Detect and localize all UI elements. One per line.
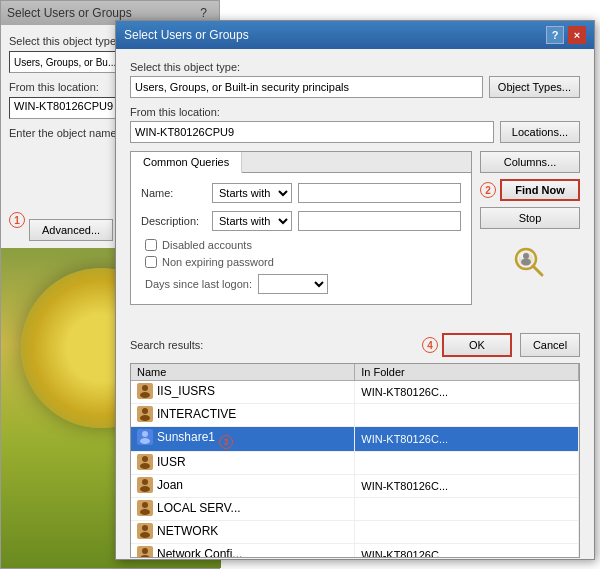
row-name-cell: LOCAL SERV... xyxy=(131,498,355,521)
name-condition-select[interactable]: Starts with Is exactly Ends with xyxy=(212,183,292,203)
row-folder-cell: WIN-KT80126C... xyxy=(355,475,579,498)
advanced-button[interactable]: Advanced... xyxy=(29,219,113,241)
user-avatar-icon xyxy=(137,500,153,516)
ok-button[interactable]: OK xyxy=(442,333,512,357)
object-type-field[interactable] xyxy=(130,76,483,98)
tab-header: Common Queries xyxy=(131,152,471,173)
user-icon: IUSR xyxy=(137,454,186,470)
row-name-cell: Network Confi... xyxy=(131,544,355,559)
row-name-cell: INTERACTIVE xyxy=(131,404,355,427)
row-folder-cell xyxy=(355,452,579,475)
svg-point-17 xyxy=(140,463,150,469)
table-row[interactable]: JoanWIN-KT80126C... xyxy=(131,475,579,498)
logon-label: Days since last logon: xyxy=(145,278,252,290)
object-type-label: Select this object type: xyxy=(130,61,580,73)
search-icon-area xyxy=(480,245,580,281)
object-types-button[interactable]: Object Types... xyxy=(489,76,580,98)
svg-point-13 xyxy=(142,431,148,437)
description-query-input[interactable] xyxy=(298,211,461,231)
description-condition-select[interactable]: Starts with Is exactly xyxy=(212,211,292,231)
results-table: Name In Folder IIS_IUSRSWIN-KT80126C...I… xyxy=(131,364,579,558)
svg-point-4 xyxy=(523,253,529,259)
table-row[interactable]: IUSR xyxy=(131,452,579,475)
bg-dialog-help[interactable]: ? xyxy=(200,6,207,20)
row-name-cell: Joan xyxy=(131,475,355,498)
row-name-text: LOCAL SERV... xyxy=(157,501,241,515)
main-content-row: Common Queries Name: Starts with Is exac… xyxy=(130,151,580,315)
svg-point-25 xyxy=(142,525,148,531)
columns-button[interactable]: Columns... xyxy=(480,151,580,173)
row-name-text: Network Confi... xyxy=(157,547,242,558)
location-field[interactable] xyxy=(130,121,494,143)
user-icon: Sunshare1 xyxy=(137,429,215,445)
find-now-button[interactable]: Find Now xyxy=(500,179,580,201)
description-query-row: Description: Starts with Is exactly xyxy=(141,211,461,231)
user-icon: Network Confi... xyxy=(137,546,242,558)
user-avatar-icon xyxy=(137,429,153,445)
stop-button[interactable]: Stop xyxy=(480,207,580,229)
table-row[interactable]: Network Confi...WIN-KT80126C... xyxy=(131,544,579,559)
name-query-input[interactable] xyxy=(298,183,461,203)
svg-point-28 xyxy=(142,548,148,554)
svg-point-5 xyxy=(521,259,531,266)
non-expiring-row: Non expiring password xyxy=(141,256,461,268)
svg-point-22 xyxy=(142,502,148,508)
table-row[interactable]: INTERACTIVE xyxy=(131,404,579,427)
row-folder-cell xyxy=(355,404,579,427)
col-header-folder[interactable]: In Folder xyxy=(355,364,579,381)
name-query-row: Name: Starts with Is exactly Ends with xyxy=(141,183,461,203)
non-expiring-label: Non expiring password xyxy=(162,256,274,268)
svg-point-8 xyxy=(140,392,150,398)
row-name-cell: Sunshare13 xyxy=(131,427,355,452)
user-icon: LOCAL SERV... xyxy=(137,500,241,516)
row-name-cell: NETWORK xyxy=(131,521,355,544)
locations-button[interactable]: Locations... xyxy=(500,121,580,143)
svg-point-7 xyxy=(142,385,148,391)
magnifier-icon xyxy=(512,245,548,281)
table-row[interactable]: Sunshare13WIN-KT80126C... xyxy=(131,427,579,452)
from-location-label: From this location: xyxy=(130,106,580,118)
user-icon: Joan xyxy=(137,477,183,493)
tab-section: Common Queries Name: Starts with Is exac… xyxy=(130,151,472,315)
bottom-bar: Search results: 4 OK Cancel xyxy=(116,327,594,363)
tab-common-queries[interactable]: Common Queries xyxy=(131,152,242,173)
logon-days-select[interactable]: 30 60 90 xyxy=(258,274,328,294)
table-row[interactable]: NETWORK xyxy=(131,521,579,544)
user-avatar-icon xyxy=(137,477,153,493)
non-expiring-checkbox[interactable] xyxy=(145,256,157,268)
user-icon: INTERACTIVE xyxy=(137,406,236,422)
cancel-button[interactable]: Cancel xyxy=(520,333,580,357)
step-3-indicator: 3 xyxy=(219,435,233,449)
row-name-text: Sunshare1 xyxy=(157,430,215,444)
table-row[interactable]: LOCAL SERV... xyxy=(131,498,579,521)
col-header-name[interactable]: Name xyxy=(131,364,355,381)
row-folder-cell xyxy=(355,521,579,544)
title-controls: ? × xyxy=(546,26,586,44)
svg-point-11 xyxy=(140,415,150,421)
disabled-accounts-label: Disabled accounts xyxy=(162,239,252,251)
step-2-indicator: 2 xyxy=(480,182,496,198)
from-location-row: Locations... xyxy=(130,121,580,143)
step-1-indicator: 1 xyxy=(9,212,25,228)
row-name-text: Joan xyxy=(157,478,183,492)
close-button[interactable]: × xyxy=(568,26,586,44)
row-name-cell: IUSR xyxy=(131,452,355,475)
bg-dialog-title: Select Users or Groups xyxy=(7,6,132,20)
row-folder-cell: WIN-KT80126C... xyxy=(355,544,579,559)
svg-point-16 xyxy=(142,456,148,462)
row-folder-cell: WIN-KT80126C... xyxy=(355,427,579,452)
row-folder-cell xyxy=(355,498,579,521)
row-name-text: NETWORK xyxy=(157,524,218,538)
table-row[interactable]: IIS_IUSRSWIN-KT80126C... xyxy=(131,381,579,404)
disabled-accounts-row: Disabled accounts xyxy=(141,239,461,251)
help-button[interactable]: ? xyxy=(546,26,564,44)
results-table-container: Name In Folder IIS_IUSRSWIN-KT80126C...I… xyxy=(130,363,580,558)
user-avatar-icon xyxy=(137,454,153,470)
svg-point-10 xyxy=(142,408,148,414)
disabled-accounts-checkbox[interactable] xyxy=(145,239,157,251)
ok-cancel-group: 4 OK Cancel xyxy=(422,333,580,357)
svg-point-23 xyxy=(140,509,150,515)
row-name-text: IIS_IUSRS xyxy=(157,384,215,398)
title-left: Select Users or Groups xyxy=(124,28,249,42)
user-avatar-icon xyxy=(137,383,153,399)
